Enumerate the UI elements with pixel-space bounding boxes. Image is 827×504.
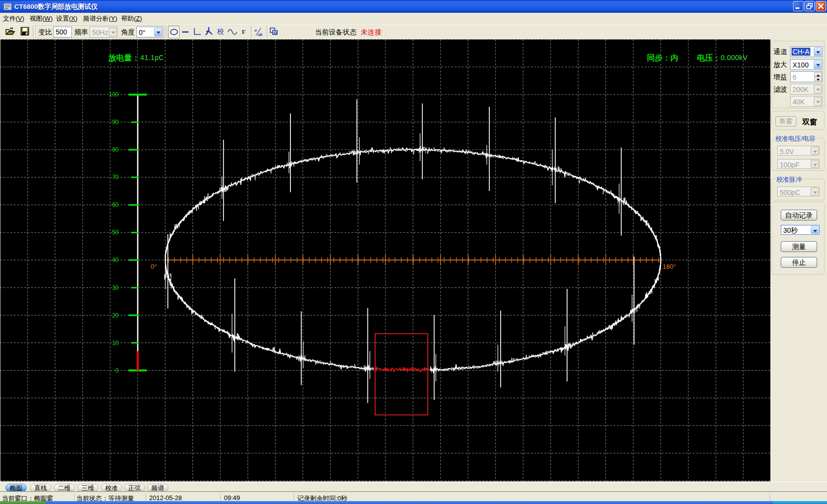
svg-text:80: 80 [112, 146, 119, 153]
svg-text:30: 30 [112, 284, 119, 291]
svg-text:20: 20 [112, 312, 119, 319]
svg-text:a: a [254, 28, 257, 32]
svg-text:0°: 0° [151, 263, 157, 270]
svg-text:ab: ab [258, 32, 263, 37]
svg-text:电压：: 电压： [697, 54, 721, 62]
svg-text:50: 50 [112, 229, 119, 236]
svg-text:70: 70 [112, 174, 119, 181]
svg-text:90: 90 [112, 119, 119, 126]
svg-text:60: 60 [112, 201, 119, 208]
svg-text:同步：内: 同步：内 [647, 54, 678, 62]
svg-text:放电量：: 放电量： [108, 54, 140, 63]
svg-text:100: 100 [109, 91, 119, 98]
svg-text:40: 40 [112, 256, 119, 263]
svg-text:0: 0 [115, 367, 119, 374]
svg-text:10: 10 [112, 340, 119, 346]
svg-text:180°: 180° [663, 263, 676, 270]
svg-text:0.000kV: 0.000kV [721, 54, 748, 62]
svg-text:41.1pC: 41.1pC [140, 54, 164, 62]
